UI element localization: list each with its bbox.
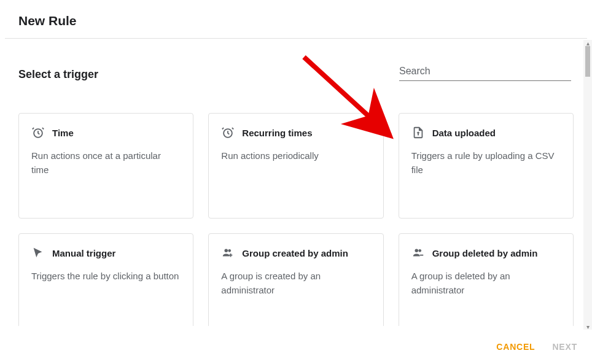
card-desc: A group is deleted by an administrator <box>411 269 561 297</box>
card-desc: Triggers a rule by uploading a CSV file <box>411 149 561 177</box>
group-remove-icon <box>411 246 425 260</box>
scrollbar-up-icon[interactable]: ▴ <box>585 40 591 46</box>
card-title: Recurring times <box>242 128 312 138</box>
svg-point-2 <box>225 249 228 253</box>
next-button[interactable]: NEXT <box>552 342 577 352</box>
card-desc: A group is created by an administrator <box>221 269 370 297</box>
section-title: Select a trigger <box>18 68 399 81</box>
file-upload-icon <box>411 126 425 139</box>
card-title: Data uploaded <box>432 128 496 138</box>
scrollbar-down-icon[interactable]: ▾ <box>585 323 591 330</box>
content-area: Select a trigger Time Run actions once a… <box>0 39 592 326</box>
alarm-icon <box>221 126 235 139</box>
footer: CANCEL NEXT <box>0 330 592 364</box>
group-add-icon <box>221 246 235 260</box>
card-desc: Triggers the rule by clicking a button <box>31 269 181 284</box>
svg-point-4 <box>415 249 418 253</box>
card-group-deleted[interactable]: Group deleted by admin A group is delete… <box>399 233 574 326</box>
svg-point-3 <box>228 249 232 252</box>
trigger-grid: Time Run actions once at a particular ti… <box>18 113 574 326</box>
card-desc: Run actions periodically <box>221 149 370 163</box>
card-time[interactable]: Time Run actions once at a particular ti… <box>18 113 193 219</box>
svg-point-5 <box>418 249 421 252</box>
card-data-uploaded[interactable]: Data uploaded Triggers a rule by uploadi… <box>399 113 574 219</box>
card-manual-trigger[interactable]: Manual trigger Triggers the rule by clic… <box>18 233 193 326</box>
cancel-button[interactable]: CANCEL <box>496 342 535 352</box>
card-recurring-times[interactable]: Recurring times Run actions periodically <box>208 113 383 219</box>
card-title: Manual trigger <box>52 248 115 258</box>
card-group-created[interactable]: Group created by admin A group is create… <box>208 233 383 326</box>
search-wrap <box>399 63 571 81</box>
card-desc: Run actions once at a particular time <box>31 149 181 177</box>
card-title: Group created by admin <box>242 248 348 258</box>
card-title: Time <box>52 128 74 138</box>
alarm-icon <box>31 126 45 139</box>
scrollbar-thumb[interactable] <box>585 46 590 77</box>
card-title: Group deleted by admin <box>432 248 538 258</box>
cursor-icon <box>31 246 45 260</box>
scrollbar[interactable]: ▴ ▾ <box>583 40 592 330</box>
page-title: New Rule <box>0 0 592 38</box>
search-input[interactable] <box>399 63 571 81</box>
section-header-row: Select a trigger <box>18 63 574 81</box>
